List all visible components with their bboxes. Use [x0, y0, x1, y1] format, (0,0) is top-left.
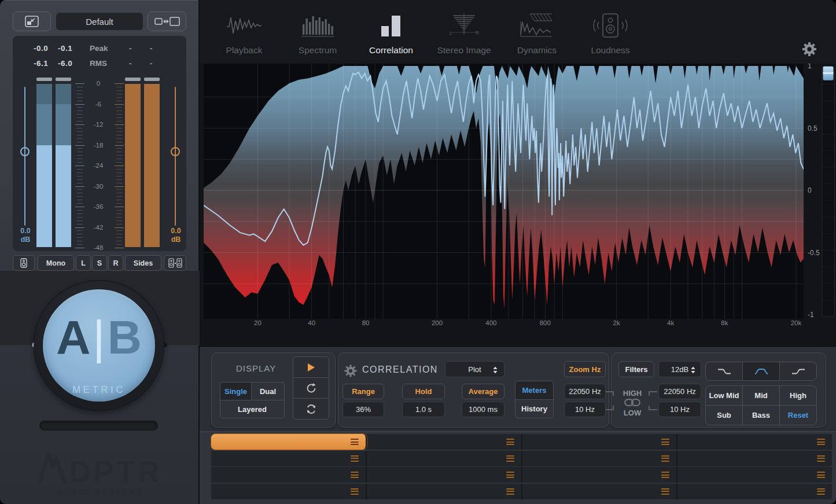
- speaker-pair-button[interactable]: [164, 255, 186, 271]
- crossfade-groove[interactable]: [39, 421, 158, 431]
- band-mid-button[interactable]: Mid: [742, 385, 780, 406]
- snapshot-slot[interactable]: [367, 467, 522, 483]
- snapshot-slot[interactable]: [367, 484, 522, 499]
- svg-text:20k: 20k: [791, 319, 802, 326]
- zoom-high-value[interactable]: 22050 Hz: [564, 384, 606, 399]
- slot-menu-icon[interactable]: [817, 439, 825, 445]
- average-value[interactable]: 1000 ms: [462, 402, 504, 417]
- settings-gear-icon[interactable]: [802, 42, 817, 57]
- band-sub-button[interactable]: Sub: [705, 405, 743, 425]
- band-high-button[interactable]: High: [779, 385, 817, 406]
- snapshot-slot[interactable]: [367, 451, 522, 466]
- highpass-slope-button[interactable]: [779, 362, 817, 381]
- layered-button[interactable]: Layered: [220, 400, 285, 418]
- slot-menu-icon[interactable]: [351, 439, 359, 445]
- snapshot-slot[interactable]: [522, 451, 678, 466]
- snapshot-slot[interactable]: [677, 451, 832, 466]
- band-lowmid-button[interactable]: Low Mid: [705, 385, 743, 406]
- snapshot-slot[interactable]: [367, 434, 522, 450]
- snapshot-slot[interactable]: [677, 434, 832, 450]
- svg-text:20: 20: [254, 319, 262, 326]
- lowpass-slope-button[interactable]: [705, 362, 743, 381]
- snapshot-slot[interactable]: [211, 434, 367, 450]
- reset-button[interactable]: Reset: [779, 405, 817, 425]
- plot-select[interactable]: Plot: [445, 361, 504, 377]
- tab-correlation[interactable]: Correlation: [353, 10, 429, 58]
- tab-playback[interactable]: Playback: [207, 10, 282, 58]
- ab-knob-face[interactable]: A|B METRIC: [43, 289, 155, 402]
- b-gain-slider-knob[interactable]: [171, 147, 180, 156]
- sides-button[interactable]: Sides: [125, 255, 161, 271]
- snapshot-slot[interactable]: [211, 484, 367, 499]
- slot-menu-icon[interactable]: [817, 455, 825, 462]
- resize-button[interactable]: [13, 12, 51, 31]
- tab-loudness[interactable]: Loudness: [573, 10, 648, 58]
- slot-menu-icon[interactable]: [506, 488, 514, 495]
- slot-menu-icon[interactable]: [351, 488, 359, 495]
- a-gain-slider-knob[interactable]: [20, 147, 30, 156]
- filter-high-value[interactable]: 22050 Hz: [658, 384, 701, 399]
- dual-button[interactable]: Dual: [251, 382, 285, 400]
- sync-button[interactable]: [293, 398, 329, 420]
- snapshot-slot[interactable]: [522, 484, 678, 499]
- correlation-gear-icon[interactable]: [344, 365, 357, 377]
- play-button[interactable]: [293, 356, 329, 378]
- meters-button[interactable]: Meters: [515, 381, 554, 400]
- speaker-pair-icon: [168, 258, 182, 268]
- snapshot-slot[interactable]: [677, 484, 832, 499]
- tab-dynamics[interactable]: Dynamics: [499, 10, 574, 58]
- preset-selector[interactable]: Default: [56, 13, 143, 30]
- zoom-hz-button[interactable]: Zoom Hz: [564, 361, 606, 377]
- snapshot-slot[interactable]: [522, 467, 678, 483]
- bandpass-slope-button[interactable]: [742, 362, 780, 381]
- right-channel-button[interactable]: R: [108, 255, 123, 271]
- b-gain-slider-track[interactable]: [175, 87, 176, 226]
- tab-stereo-image[interactable]: L R Stereo Image: [426, 10, 502, 58]
- hold-button[interactable]: Hold: [402, 384, 445, 399]
- snapshot-slot[interactable]: [677, 467, 832, 483]
- snapshot-slot[interactable]: [522, 434, 678, 450]
- slope-select[interactable]: 12dB: [658, 361, 701, 377]
- slot-menu-icon[interactable]: [506, 439, 514, 445]
- ab-layout-button[interactable]: [148, 12, 186, 31]
- solo-button[interactable]: S: [92, 255, 107, 271]
- average-button[interactable]: Average: [462, 384, 504, 399]
- left-channel-button[interactable]: L: [76, 255, 91, 271]
- filter-low-value[interactable]: 10 Hz: [658, 402, 701, 417]
- slot-menu-icon[interactable]: [661, 455, 669, 462]
- slot-menu-icon[interactable]: [506, 472, 514, 478]
- resize-icon: [24, 15, 39, 28]
- slot-menu-icon[interactable]: [817, 472, 825, 478]
- ab-layout-icon: [154, 16, 180, 27]
- range-button[interactable]: Range: [342, 384, 384, 399]
- tab-spectrum[interactable]: Spectrum: [280, 10, 355, 58]
- slot-menu-icon[interactable]: [351, 472, 359, 478]
- b-gain-value: 0.0dB: [168, 227, 184, 244]
- snapshot-slot[interactable]: [211, 467, 367, 483]
- slot-menu-icon[interactable]: [661, 472, 669, 478]
- slot-menu-icon[interactable]: [661, 488, 669, 495]
- display-group: DISPLAY Single Dual Layered: [211, 352, 336, 428]
- history-button[interactable]: History: [515, 399, 554, 418]
- band-bass-button[interactable]: Bass: [742, 405, 780, 425]
- ab-knob[interactable]: A|B METRIC: [34, 281, 164, 410]
- hold-value[interactable]: 1.0 s: [402, 402, 445, 417]
- slot-menu-icon[interactable]: [351, 455, 359, 462]
- slot-menu-icon[interactable]: [506, 455, 514, 462]
- rms-label: RMS: [90, 59, 107, 68]
- a-gain-slider-track[interactable]: [24, 87, 25, 226]
- zoom-low-value[interactable]: 10 Hz: [564, 402, 606, 417]
- ab-knob-text: A|B: [43, 310, 155, 365]
- slot-row: [211, 484, 832, 499]
- single-button[interactable]: Single: [220, 382, 252, 400]
- refresh-button[interactable]: [293, 377, 329, 399]
- svg-text:4k: 4k: [667, 319, 674, 326]
- mono-button[interactable]: Mono: [38, 255, 74, 271]
- snapshot-slot[interactable]: [211, 451, 367, 466]
- slot-menu-icon[interactable]: [817, 488, 825, 495]
- range-value[interactable]: 36%: [342, 402, 384, 417]
- speaker-a-button[interactable]: [13, 255, 35, 271]
- filters-button[interactable]: Filters: [618, 361, 654, 377]
- link-icon[interactable]: [624, 399, 640, 406]
- slot-menu-icon[interactable]: [661, 439, 669, 445]
